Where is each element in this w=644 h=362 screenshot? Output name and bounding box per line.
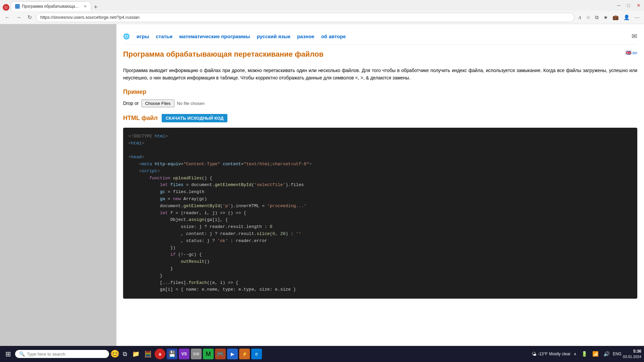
new-tab-btn[interactable]: + xyxy=(91,4,100,11)
nav-link-about[interactable]: об авторе xyxy=(321,34,346,39)
lang-toggle[interactable]: 🇬🇧 en xyxy=(626,50,637,55)
forward-btn[interactable]: → xyxy=(14,13,23,22)
nav-link-igry[interactable]: игры xyxy=(137,34,149,39)
code-line-7: function uploadFiles() { xyxy=(128,175,632,182)
browser-tab-active[interactable]: Программа обрабатывающая ... ✕ xyxy=(11,1,91,11)
code-line-5: <meta http-equiv="Content-Type" content=… xyxy=(128,161,632,168)
clock-time: 5:36 xyxy=(623,349,641,354)
nav-bar: ← → ↻ 𝐴 ☆ ⧉ ★ 💼 👤 ⋯ xyxy=(0,11,644,24)
code-line-9: gc = files.length xyxy=(128,189,632,196)
taskbar-time: 5:36 03.01.2024 xyxy=(623,349,641,359)
main-content: 🌐 игры статьи математические программы р… xyxy=(116,24,644,346)
code-line-12: let f = (reader, i, j) => () => { xyxy=(128,210,632,217)
split-view-icon[interactable]: ⧉ xyxy=(593,13,600,22)
refresh-btn[interactable]: ↻ xyxy=(25,13,34,22)
code-line-19: outResult() xyxy=(128,258,632,265)
site-nav: 🌐 игры статьи математические программы р… xyxy=(123,29,637,45)
clock-date: 03.01.2024 xyxy=(623,354,641,359)
taskbar-app-green[interactable]: M xyxy=(203,349,214,359)
taskbar-app-game[interactable]: 🎮 xyxy=(215,349,226,359)
taskbar: ⊞ 🔍 😊 ⧉ 📁 🧮 a 💾 VS 908 M 🎮 ▶ ⚡ e 🌤 -13°F… xyxy=(0,346,644,362)
code-block: <!DOCTYPE html> <html> <head> <meta http… xyxy=(123,128,637,299)
profile-menu-icon[interactable]: 👤 xyxy=(622,13,632,22)
tab-bar: U Программа обрабатывающая ... ✕ + xyxy=(3,0,100,11)
weather-temp: -13°F xyxy=(538,352,547,356)
code-line-3 xyxy=(128,147,632,154)
cortana-btn[interactable]: 😊 xyxy=(110,350,119,358)
translate-icon[interactable]: 𝐴 xyxy=(577,13,583,22)
taskbar-app-explorer[interactable]: 📁 xyxy=(130,349,141,359)
back-btn[interactable]: ← xyxy=(3,13,12,22)
email-icon[interactable]: ✉ xyxy=(632,32,637,40)
code-line-22: [...files].forEach((e, i) => { xyxy=(128,280,632,287)
tray-chevron[interactable]: ∧ xyxy=(572,350,578,358)
download-source-btn[interactable]: СКАЧАТЬ ИСХОДНЫЙ КОД xyxy=(162,114,227,122)
code-line-1: <!DOCTYPE html> xyxy=(128,133,632,140)
taskbar-app-red[interactable]: a xyxy=(155,349,165,359)
favorites-icon[interactable]: ☆ xyxy=(584,13,592,22)
code-line-14: ssize: j ? reader.result.length : 0 xyxy=(128,224,632,231)
code-line-4: <head> xyxy=(128,154,632,161)
code-line-17: }) xyxy=(128,245,632,252)
weather-icon: 🌤 xyxy=(532,351,536,357)
start-btn[interactable]: ⊞ xyxy=(3,349,14,359)
tab-favicon xyxy=(15,4,20,9)
tray-lang: ENG xyxy=(613,352,622,356)
weather-text: Mostly clear xyxy=(549,352,571,356)
page-content: 🌐 игры статьи математические программы р… xyxy=(0,24,644,346)
taskbar-app-browser[interactable]: e xyxy=(251,349,262,359)
more-menu-icon[interactable]: ⋯ xyxy=(633,13,641,22)
tray-battery[interactable]: 🔋 xyxy=(580,350,589,358)
minimize-btn[interactable]: ─ xyxy=(615,1,623,9)
drop-label: Drop or xyxy=(123,101,139,106)
taskbar-app-vs[interactable]: VS xyxy=(179,349,190,359)
file-input-area: Drop or Choose Files No file chosen xyxy=(123,100,637,107)
code-line-6: <script> xyxy=(128,168,632,175)
no-file-text: No file chosen xyxy=(177,101,205,106)
profile-icon[interactable]: U xyxy=(3,4,9,11)
choose-files-btn[interactable]: Choose Files xyxy=(142,100,174,107)
tray-network[interactable]: 📶 xyxy=(591,350,600,358)
sidebar-area xyxy=(0,24,116,346)
html-file-label: HTML файл xyxy=(123,115,158,122)
flag-icon: 🇬🇧 xyxy=(626,50,631,55)
tray-volume[interactable]: 🔊 xyxy=(602,350,611,358)
taskbar-search-icon: 🔍 xyxy=(19,351,25,357)
nav-link-math[interactable]: математические программы xyxy=(179,34,250,39)
code-line-13: Object.assign(ga[i], { xyxy=(128,217,632,224)
page-title: Программа обрабатывающая перетаскивание … xyxy=(123,50,323,59)
code-line-10: ga = new Array(gc) xyxy=(128,196,632,203)
browser-window: U Программа обрабатывающая ... ✕ + ─ □ ✕… xyxy=(0,0,644,362)
taskbar-search-input[interactable] xyxy=(27,352,101,357)
code-line-20: } xyxy=(128,265,632,273)
nav-link-rus[interactable]: русский язык xyxy=(257,34,290,39)
taskbar-sys-tray: 🌤 -13°F Mostly clear ∧ 🔋 📶 🔊 ENG 5:36 03… xyxy=(532,349,641,359)
close-btn[interactable]: ✕ xyxy=(635,1,643,9)
code-line-16: , status: j ? 'ok' : reader.error xyxy=(128,238,632,245)
favorites-list-icon[interactable]: ★ xyxy=(602,13,609,22)
section-heading-primer: Пример xyxy=(123,88,637,96)
code-line-8: let files = document.getElementById('sel… xyxy=(128,182,632,189)
nav-link-raznoe[interactable]: разное xyxy=(297,34,315,39)
nav-link-stati[interactable]: статьи xyxy=(156,34,172,39)
maximize-btn[interactable]: □ xyxy=(625,1,632,9)
tab-close-btn[interactable]: ✕ xyxy=(84,4,87,9)
taskbar-search-box[interactable]: 🔍 xyxy=(15,350,109,358)
code-line-2: <html> xyxy=(128,140,632,147)
taskbar-app-orange[interactable]: ⚡ xyxy=(239,349,250,359)
code-line-15: , content: j ? reader.result.slice(0, 20… xyxy=(128,231,632,238)
task-view-btn[interactable]: ⧉ xyxy=(121,349,129,359)
taskbar-app-calculator[interactable]: 🧮 xyxy=(143,349,153,359)
taskbar-app-save[interactable]: 💾 xyxy=(167,349,177,359)
nav-icons: 𝐴 ☆ ⧉ ★ 💼 👤 ⋯ xyxy=(577,13,641,22)
page-description: Программа выводит информацию о файлах пр… xyxy=(123,67,637,82)
taskbar-badge-908[interactable]: 908 xyxy=(191,349,202,359)
code-line-23: ga[i] = { name: e.name, type: e.type, si… xyxy=(128,286,632,293)
tab-label: Программа обрабатывающая ... xyxy=(22,4,80,9)
lang-label: en xyxy=(633,50,637,55)
taskbar-app-blue[interactable]: ▶ xyxy=(227,349,238,359)
address-bar[interactable] xyxy=(36,13,575,22)
site-logo: 🌐 xyxy=(123,33,130,40)
code-line-11: document.getElementById('p').innerHTML =… xyxy=(128,203,632,210)
collections-icon[interactable]: 💼 xyxy=(611,13,621,22)
